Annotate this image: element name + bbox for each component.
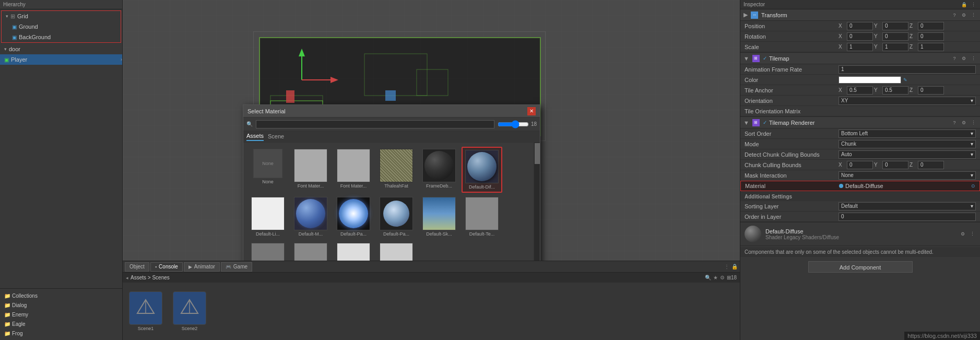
tilemap-enabled-check[interactable]: ✓ <box>763 55 767 61</box>
chunk-culling-y-input[interactable] <box>882 161 908 169</box>
mat-item-sprites-de[interactable]: Sprites-De... <box>333 241 374 261</box>
asset-item-2[interactable]: Scene2 <box>169 291 210 331</box>
inspector-menu-icon[interactable]: ⋮ <box>970 1 977 8</box>
mat-item-default-te3[interactable]: Default-Te... <box>290 241 331 261</box>
dialog-close-button[interactable]: ✕ <box>527 107 536 115</box>
diffuse-menu-icon[interactable]: ⋮ <box>969 230 976 238</box>
size-slider[interactable] <box>498 120 529 128</box>
val-mode[interactable]: Chunk ▾ <box>839 140 976 148</box>
mat-item-default-m[interactable]: Default-M... <box>290 195 331 239</box>
mat-item-font1[interactable]: Font Mater... <box>290 147 331 193</box>
folder-eagle[interactable]: 📁 Eagle <box>2 319 120 329</box>
mat-item-default-pa2[interactable]: Default-Pa... <box>376 195 417 239</box>
rotation-y-input[interactable] <box>882 32 908 41</box>
breadcrumb-text: Assets > Scenes <box>131 275 170 280</box>
mat-item-framedeb[interactable]: FrameDeb... <box>419 147 459 193</box>
diffuse-settings-icon[interactable]: ⚙ <box>959 230 966 238</box>
mat-item-default-te2[interactable]: Default-Te... <box>247 241 288 261</box>
val-mask-interaction[interactable]: None ▾ <box>839 171 976 180</box>
tilemap-renderer-help-icon[interactable]: ? <box>951 119 958 126</box>
transform-toggle[interactable]: ▶ <box>743 11 748 18</box>
val-sort-order[interactable]: Bottom Left ▾ <box>839 130 976 138</box>
folder-enemy[interactable]: 📁 Enemy <box>2 310 120 319</box>
dialog-scrollbar[interactable] <box>534 143 540 261</box>
add-component-button[interactable]: Add Component <box>808 261 913 273</box>
tilemap-help-icon[interactable]: ? <box>951 55 958 62</box>
position-y-input[interactable] <box>882 22 908 30</box>
tile-anchor-z-input[interactable] <box>918 86 944 95</box>
mat-item-thaleah[interactable]: ThaleahFat <box>376 147 417 193</box>
folder-label-frog: Frog <box>12 331 23 336</box>
transform-settings-icon[interactable]: ⚙ <box>960 11 967 19</box>
star-icon-project[interactable]: ★ <box>713 275 718 280</box>
panel-menu-icon[interactable]: ⋮ <box>724 264 729 269</box>
xyz-z-position: Z <box>910 23 917 29</box>
tilemap-renderer-toggle[interactable]: ▼ <box>743 120 749 126</box>
dropdown-arrow-detect-chunk: ▾ <box>971 151 973 157</box>
tilemap-menu-icon[interactable]: ⋮ <box>970 55 977 62</box>
tilemap-toggle[interactable]: ▼ <box>743 55 749 62</box>
anim-framerate-input[interactable] <box>839 65 976 74</box>
asset-label-2: Scene2 <box>182 326 198 331</box>
tilemap-settings-icon[interactable]: ⚙ <box>960 55 967 62</box>
hierarchy-item-background[interactable]: ▣ BackGround <box>2 32 121 42</box>
mat-item-sprites-m[interactable]: Sprites-M... <box>376 241 417 261</box>
tab-label-console: Console <box>159 264 178 269</box>
hierarchy-item-grid[interactable]: ▾ ⊞ Grid <box>2 11 121 21</box>
position-z-input[interactable] <box>918 22 944 30</box>
tab-btn-game[interactable]: 🎮 Game <box>221 262 252 272</box>
mat-item-font2[interactable]: Font Mater... <box>333 147 374 193</box>
panel-lock-icon[interactable]: 🔒 <box>731 264 738 269</box>
transform-help-icon[interactable]: ? <box>951 11 958 19</box>
label-mode: Mode <box>745 141 839 147</box>
material-search-input[interactable] <box>256 120 494 128</box>
val-detect-chunk-culling-bounds[interactable]: Auto ▾ <box>839 150 976 159</box>
material-link-icon[interactable]: ⊙ <box>971 183 975 189</box>
color-link-icon[interactable]: ✎ <box>903 77 907 83</box>
mat-item-default-li[interactable]: Default-Li... <box>247 195 288 239</box>
hierarchy-item-door[interactable]: ▾ door <box>0 44 122 54</box>
xyz-z-rotation: Z <box>910 33 917 39</box>
prop-mode: Mode Chunk ▾ <box>740 139 980 149</box>
tilemap-renderer-label: Tilemap Renderer <box>769 120 815 126</box>
mat-item-default-te1[interactable]: Default-Te... <box>462 195 502 239</box>
order-in-layer-input[interactable] <box>839 213 976 221</box>
transform-menu-icon[interactable]: ⋮ <box>970 11 977 19</box>
tab-btn-console[interactable]: ▪ Console <box>150 262 183 272</box>
chunk-culling-z-input[interactable] <box>918 161 944 169</box>
rotation-x-input[interactable] <box>847 32 873 41</box>
val-orientation[interactable]: XY ▾ <box>839 97 976 105</box>
tab-btn-object[interactable]: Object <box>125 262 149 272</box>
folder-collections[interactable]: 📁 Collections <box>2 291 120 300</box>
chunk-culling-x-input[interactable] <box>847 161 873 169</box>
val-sorting-layer[interactable]: Default ▾ <box>839 202 976 210</box>
folder-frog[interactable]: 📁 Frog <box>2 329 120 338</box>
scale-x-input[interactable] <box>847 43 873 51</box>
position-x-input[interactable] <box>847 22 873 30</box>
tilemap-renderer-enabled-check[interactable]: ✓ <box>763 120 767 125</box>
scene-view[interactable]: Select Material ✕ 🔍 18 Assets Scene <box>123 0 740 261</box>
tile-anchor-y-input[interactable] <box>882 86 908 95</box>
hierarchy-item-ground[interactable]: ▣ Ground <box>2 21 121 32</box>
mat-item-default-pa1[interactable]: Default-Pa... <box>333 195 374 239</box>
color-swatch[interactable] <box>839 76 901 84</box>
scale-y-input[interactable] <box>882 43 908 51</box>
inspector-lock-icon[interactable]: 🔒 <box>960 1 967 8</box>
mat-item-default-dif[interactable]: Default-Dif... <box>462 147 502 193</box>
folder-dialog[interactable]: 📁 Dialog <box>2 300 120 310</box>
tab-btn-animator[interactable]: ▶ Animator <box>184 262 220 272</box>
orientation-value: XY <box>841 98 848 103</box>
tilemap-renderer-settings-icon[interactable]: ⚙ <box>960 119 967 126</box>
asset-item-1[interactable]: Scene1 <box>125 291 167 331</box>
mat-item-default-sk[interactable]: Default-Sk... <box>419 195 459 239</box>
scale-z-input[interactable] <box>918 43 944 51</box>
mat-item-none[interactable]: None None <box>247 147 288 193</box>
hierarchy-item-player[interactable]: ▣ Player › <box>0 54 122 65</box>
tilemap-renderer-menu-icon[interactable]: ⋮ <box>970 119 977 126</box>
rotation-z-input[interactable] <box>918 32 944 41</box>
tab-scene[interactable]: Scene <box>268 133 284 140</box>
tile-anchor-x-input[interactable] <box>847 86 873 95</box>
tab-assets[interactable]: Assets <box>246 133 264 141</box>
settings-icon-project[interactable]: ⚙ <box>720 275 725 280</box>
search-icon-project[interactable]: 🔍 <box>705 275 711 280</box>
